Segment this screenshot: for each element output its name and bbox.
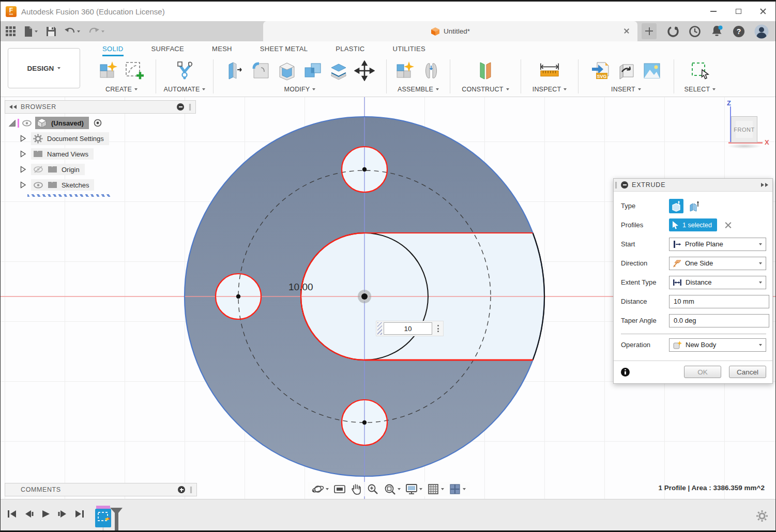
dimension-drag-handle[interactable] — [377, 322, 382, 335]
clear-selection-button[interactable] — [724, 221, 732, 229]
tab-sheet-metal[interactable]: SHEET METAL — [260, 41, 308, 56]
group-label-automate[interactable]: AUTOMATE — [164, 86, 206, 93]
viewports-button[interactable] — [449, 483, 466, 495]
tab-solid[interactable]: SOLID — [102, 41, 124, 56]
go-to-end-button[interactable] — [74, 510, 84, 518]
save-button[interactable] — [47, 27, 56, 36]
tab-utilities[interactable]: UTILITIES — [393, 41, 425, 56]
visibility-eye-icon[interactable] — [33, 181, 43, 189]
visibility-off-eye-icon[interactable] — [33, 165, 43, 174]
dialog-dock-icon[interactable] — [760, 183, 768, 187]
new-tab-button[interactable] — [642, 23, 657, 39]
dialog-drag-handle[interactable] — [615, 182, 617, 189]
browser-drag-handle[interactable] — [189, 104, 191, 111]
expand-caret-icon[interactable] — [19, 165, 27, 174]
info-icon[interactable] — [621, 368, 630, 377]
dimension-label[interactable]: 10.00 — [288, 281, 313, 292]
workspace-switcher-button[interactable]: DESIGN — [8, 48, 80, 88]
offset-face-button[interactable] — [328, 60, 349, 82]
comments-panel-header[interactable]: COMMENTS — [5, 483, 197, 496]
taper-angle-input[interactable] — [669, 314, 769, 327]
timeline-settings-button[interactable] — [756, 510, 768, 524]
comments-drag-handle[interactable] — [190, 487, 192, 493]
group-label-construct[interactable]: CONSTRUCT — [462, 86, 509, 93]
expand-caret-icon[interactable] — [19, 181, 27, 189]
press-pull-button[interactable] — [224, 60, 246, 82]
zoom-window-button[interactable] — [384, 483, 401, 495]
redo-button[interactable] — [89, 27, 104, 36]
timeline-scrubber-marker[interactable] — [110, 508, 123, 530]
start-select[interactable]: Profile Plane — [669, 238, 766, 251]
group-label-assemble[interactable]: ASSEMBLE — [398, 86, 439, 93]
document-tab[interactable]: Untitled* — [263, 21, 637, 41]
operation-select[interactable]: New Body — [669, 338, 766, 352]
browser-item-sketches[interactable]: Sketches — [19, 179, 109, 191]
group-label-create[interactable]: CREATE — [105, 86, 138, 93]
step-back-button[interactable] — [25, 510, 34, 518]
distance-input[interactable] — [669, 295, 769, 308]
type-extrude-button[interactable] — [669, 199, 683, 213]
dialog-collapse-button[interactable] — [621, 181, 628, 189]
expand-caret-icon[interactable] — [19, 150, 27, 158]
user-avatar[interactable] — [754, 24, 769, 39]
job-status-clock-icon[interactable] — [688, 25, 702, 38]
insert-svg-button[interactable]: SVG — [589, 60, 611, 82]
undo-button[interactable] — [65, 27, 80, 36]
browser-item-origin[interactable]: Origin — [19, 163, 109, 176]
notifications-bell-icon[interactable] — [710, 24, 724, 38]
visibility-eye-icon[interactable] — [22, 119, 32, 127]
browser-panel-header[interactable]: BROWSER — [5, 100, 196, 114]
direction-select[interactable]: One Side — [669, 257, 766, 270]
orbit-button[interactable] — [312, 483, 329, 495]
combine-button[interactable] — [302, 60, 324, 82]
shell-button[interactable] — [276, 60, 298, 82]
viewcube[interactable]: FRONT Z X — [721, 100, 775, 154]
add-comment-button[interactable] — [178, 486, 185, 493]
help-icon[interactable]: ? — [732, 25, 745, 38]
file-menu-button[interactable] — [24, 26, 38, 37]
origin-point[interactable] — [358, 290, 371, 303]
group-label-insert[interactable]: INSERT — [611, 86, 641, 93]
extent-type-select[interactable]: Distance — [669, 276, 766, 289]
modeling-canvas[interactable]: 10.00 BROWSER (Unsav — [1, 97, 776, 499]
profiles-selected-button[interactable]: 1 selected — [669, 218, 717, 231]
collapse-browser-icon[interactable] — [9, 105, 18, 109]
expand-caret-icon[interactable] — [19, 134, 27, 143]
minimize-button[interactable] — [701, 2, 726, 21]
group-label-select[interactable]: SELECT — [684, 86, 716, 93]
tab-mesh[interactable]: MESH — [212, 41, 232, 56]
expand-triangle-icon[interactable] — [8, 119, 17, 128]
zoom-button[interactable] — [367, 483, 379, 495]
play-button[interactable] — [41, 510, 50, 518]
group-label-inspect[interactable]: INSPECT — [532, 86, 567, 93]
tab-plastic[interactable]: PLASTIC — [336, 41, 364, 56]
browser-item-named-views[interactable]: Named Views — [19, 148, 109, 160]
move-copy-button[interactable] — [354, 60, 375, 82]
cancel-button[interactable]: Cancel — [729, 366, 766, 378]
group-label-modify[interactable]: MODIFY — [284, 86, 316, 93]
extensions-icon[interactable] — [666, 25, 680, 38]
insert-mesh-button[interactable] — [615, 60, 637, 82]
document-tab-close-button[interactable] — [623, 27, 630, 35]
construct-plane-button[interactable] — [475, 60, 496, 82]
automate-button[interactable] — [174, 60, 195, 82]
tab-surface[interactable]: SURFACE — [151, 41, 185, 56]
close-button[interactable] — [751, 2, 775, 21]
dimension-options-menu[interactable] — [434, 325, 442, 332]
distance-dimension-input[interactable] — [384, 322, 432, 335]
look-at-button[interactable] — [333, 483, 346, 495]
extrude-dialog-header[interactable]: EXTRUDE — [614, 179, 772, 192]
browser-collapse-all-button[interactable] — [177, 103, 184, 111]
select-button[interactable] — [689, 60, 711, 82]
browser-root-row[interactable]: (Unsaved) — [8, 117, 109, 129]
grid-settings-button[interactable] — [427, 483, 444, 495]
measure-button[interactable] — [539, 60, 560, 82]
new-component-button[interactable] — [394, 60, 416, 82]
fillet-button[interactable] — [250, 60, 272, 82]
viewcube-front-face[interactable]: FRONT — [731, 116, 757, 143]
maximize-button[interactable] — [726, 2, 751, 21]
activate-component-radio-icon[interactable] — [93, 118, 102, 128]
display-settings-button[interactable] — [405, 483, 422, 495]
go-to-start-button[interactable] — [7, 510, 17, 518]
app-grid-button[interactable] — [6, 26, 16, 36]
